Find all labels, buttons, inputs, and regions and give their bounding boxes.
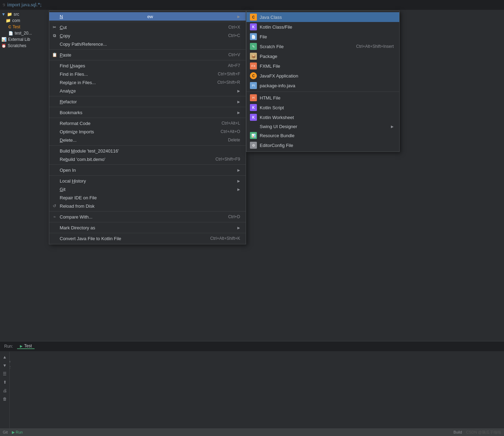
submenu-javafx-app[interactable]: C JavaFX Application (246, 71, 399, 81)
submenu-editorconfig[interactable]: ⚙ EditorConfig File (246, 140, 399, 150)
refactor-arrow-icon: ▶ (237, 100, 240, 104)
find-usages-shortcut: Alt+F7 (228, 63, 240, 68)
html-file-label: HTML File (260, 95, 280, 101)
run-label-sidebar: Run: (3, 344, 14, 349)
menu-item-reformat-code[interactable]: Reformat Code Ctrl+Alt+L (49, 119, 246, 127)
toolbar-up-btn[interactable]: ▲ (1, 353, 9, 361)
menu-item-copy-path[interactable]: Copy Path/Reference... (49, 40, 246, 48)
menu-item-cut[interactable]: ✂ Cut Ctrl+X (49, 23, 246, 31)
git-status[interactable]: Git (3, 430, 8, 434)
menu-item-replace-in-files[interactable]: Replace in Files... Ctrl+Shift+R (49, 78, 246, 87)
submenu-java-class[interactable]: C Java Class (246, 12, 399, 22)
separator-10 (49, 211, 246, 212)
menu-item-open-in[interactable]: Open In ▶ (49, 166, 246, 174)
menu-item-repair-ide[interactable]: Repair IDE on File (49, 193, 246, 202)
reformat-code-label: Reformat Code (60, 121, 90, 126)
local-history-arrow-icon: ▶ (237, 179, 240, 183)
scratch-file-shortcut: Ctrl+Alt+Shift+Insert (356, 44, 394, 49)
cut-label: Cut (60, 25, 67, 30)
sidebar-item-extlib[interactable]: 📊 External Lib (0, 36, 49, 43)
resource-bundle-icon: 📊 (250, 132, 257, 139)
menu-item-copy[interactable]: ⧉ Copy Ctrl+C (49, 31, 246, 40)
html-icon: H (250, 94, 257, 101)
submenu-kotlin-worksheet[interactable]: K Kotlin Worksheet (246, 112, 399, 122)
sidebar-item-test[interactable]: C Test (0, 24, 49, 30)
run-tab-test[interactable]: ▶ Test (17, 343, 35, 349)
sidebar-item-com[interactable]: 📁 com (0, 17, 49, 24)
submenu-kotlin-script[interactable]: K Kotlin Script (246, 103, 399, 112)
submenu-file[interactable]: 📄 File (246, 32, 399, 42)
menu-item-git[interactable]: Git ▶ (49, 185, 246, 193)
folder-expand-icon: ▼ (1, 12, 6, 17)
menu-item-rebuild[interactable]: Rebuild 'com.bit.demo' Ctrl+Shift+F9 (49, 155, 246, 163)
menu-item-refactor[interactable]: Refactor ▶ (49, 97, 246, 106)
sidebar-src-label: src (14, 12, 19, 17)
scratch-file-label: Scratch File (260, 44, 284, 49)
paste-label: Paste (60, 52, 71, 58)
paste-shortcut: Ctrl+V (228, 52, 240, 57)
menu-item-find-in-files[interactable]: Find in Files... Ctrl+Shift+F (49, 70, 246, 78)
build-module-label: Build Module 'test_20240116' (60, 148, 119, 154)
menu-item-new[interactable]: New ▶ (49, 12, 246, 21)
kotlin-script-icon: K (250, 104, 257, 111)
file-icon: 📄 (250, 33, 257, 40)
separator-1 (49, 22, 246, 22)
menu-item-optimize-imports[interactable]: Optimize Imports Ctrl+Alt+O (49, 127, 246, 136)
toolbar-clear-btn[interactable]: 🗑 (1, 395, 9, 403)
sidebar-item-src[interactable]: ▼ 📁 src (0, 11, 49, 17)
menu-item-compare-with[interactable]: ≈ Compare With... Ctrl+D (49, 213, 246, 221)
menu-item-bookmarks[interactable]: Bookmarks ▶ (49, 108, 246, 117)
submenu-swing-designer[interactable]: Swing UI Designer ▶ (246, 122, 399, 131)
menu-item-find-usages[interactable]: Find Usages Alt+F7 (49, 61, 246, 70)
javafx-app-label: JavaFX Application (260, 73, 298, 79)
editorconfig-label: EditorConfig File (260, 143, 293, 148)
toolbar-wrap-btn[interactable]: ☰ (1, 370, 9, 378)
submenu-fxml-file[interactable]: FX FXML File (246, 61, 399, 71)
run-icon: ▶ (20, 344, 23, 348)
repair-ide-label: Repair IDE on File (60, 195, 97, 200)
submenu-package[interactable]: 📦 Package (246, 51, 399, 61)
menu-item-reload-from-disk[interactable]: ↺ Reload from Disk (49, 202, 246, 210)
sidebar-scratches-label: Scratches (8, 43, 26, 48)
menu-item-local-history[interactable]: Local History ▶ (49, 177, 246, 185)
menu-item-paste[interactable]: 📋 Paste Ctrl+V (49, 51, 246, 59)
menu-item-mark-directory[interactable]: Mark Directory as ▶ (49, 223, 246, 232)
separator-6 (49, 118, 246, 118)
resource-bundle-label: Resource Bundle (260, 133, 295, 138)
toolbar-down-btn[interactable]: ▼ (1, 362, 9, 369)
sidebar-item-scratches[interactable]: ⏰ Scratches (0, 43, 49, 49)
open-in-label: Open In (60, 168, 76, 173)
submenu-package-info[interactable]: PI package-info.java (246, 81, 399, 90)
separator-5 (49, 107, 246, 107)
find-in-files-shortcut: Ctrl+Shift+F (218, 72, 240, 76)
code-snippet: import java.sql.*; (7, 2, 42, 8)
kotlin-script-label: Kotlin Script (260, 105, 284, 110)
sidebar-item-test20[interactable]: 📄 test_20... (0, 30, 49, 36)
toolbar-import-btn[interactable]: ⬆ (1, 378, 9, 386)
submenu-scratch-file[interactable]: ✎ Scratch File Ctrl+Alt+Shift+Insert (246, 42, 399, 51)
rebuild-label: Rebuild 'com.bit.demo' (60, 157, 105, 162)
separator-11 (49, 222, 246, 222)
toolbar-print-btn[interactable]: 🖨 (1, 387, 9, 394)
optimize-imports-shortcut: Ctrl+Alt+O (221, 129, 240, 134)
package-icon: 📦 (250, 53, 257, 60)
find-usages-label: Find Usages (60, 63, 85, 68)
replace-in-files-shortcut: Ctrl+Shift+R (217, 80, 240, 85)
menu-item-delete[interactable]: Delete... Delete (49, 136, 246, 144)
rebuild-shortcut: Ctrl+Shift+F9 (215, 157, 240, 162)
sidebar-test20-label: test_20... (15, 31, 32, 36)
find-in-files-label: Find in Files... (60, 72, 88, 77)
run-status[interactable]: ▶ Run (12, 430, 23, 435)
submenu-html-file[interactable]: H HTML File (246, 93, 399, 103)
cut-icon: ✂ (51, 25, 58, 30)
copy-shortcut: Ctrl+C (228, 33, 240, 38)
menu-item-analyze[interactable]: Analyze ▶ (49, 87, 246, 95)
mark-directory-label: Mark Directory as (60, 225, 95, 230)
folder-icon-com: 📁 (6, 18, 11, 23)
submenu-kotlin-class[interactable]: K Kotlin Class/File (246, 22, 399, 32)
ide-topbar: 9 import java.sql.*; (0, 0, 504, 10)
submenu-resource-bundle[interactable]: 📊 Resource Bundle (246, 131, 399, 140)
replace-in-files-label: Replace in Files... (60, 80, 96, 85)
menu-item-convert-kotlin[interactable]: Convert Java File to Kotlin File Ctrl+Al… (49, 234, 246, 243)
menu-item-build-module[interactable]: Build Module 'test_20240116' (49, 147, 246, 155)
